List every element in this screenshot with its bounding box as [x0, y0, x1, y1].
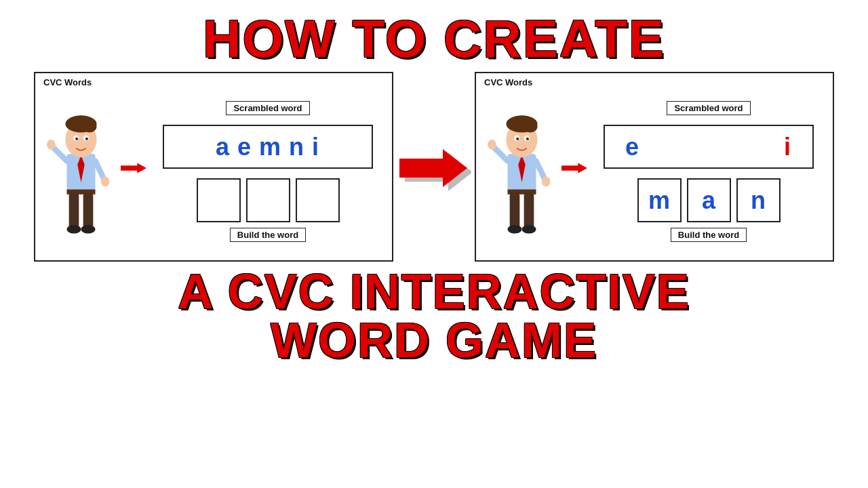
svg-point-12: [101, 177, 110, 187]
svg-point-31: [488, 140, 496, 150]
right-build-box-n[interactable]: n: [736, 178, 781, 222]
svg-marker-39: [561, 163, 587, 173]
right-scrambled-label: Scrambled word: [667, 101, 750, 115]
svg-point-4: [83, 121, 97, 133]
left-scrambled-word-box: a e m n i: [163, 125, 373, 169]
svg-point-28: [516, 138, 519, 140]
svg-point-25: [524, 121, 538, 133]
letter-a: a: [216, 133, 231, 161]
main-content: CVC Words: [0, 72, 868, 262]
right-scrambled-word-box: e i: [604, 125, 814, 169]
svg-marker-18: [121, 163, 146, 173]
bottom-title-line2: WORD GAME: [271, 316, 597, 365]
svg-line-32: [536, 161, 545, 179]
right-panel: CVC Words: [475, 72, 834, 262]
right-panel-arrow: [557, 161, 591, 176]
svg-rect-14: [69, 193, 79, 229]
letter-i: i: [312, 133, 320, 161]
svg-point-38: [522, 225, 536, 234]
left-scrambled-label: Scrambled word: [226, 101, 309, 115]
svg-line-11: [96, 161, 104, 179]
right-build-boxes: m a n: [637, 178, 781, 222]
right-letter-i: i: [784, 133, 792, 161]
left-panel-arrow: [117, 161, 151, 176]
left-build-label: Build the word: [230, 228, 306, 242]
right-panel-label: CVC Words: [483, 77, 534, 87]
left-build-area: Build the word: [197, 178, 340, 242]
svg-line-30: [494, 147, 508, 161]
left-word-area: Scrambled word a e m n i Build the word: [151, 101, 385, 242]
right-word-area: Scrambled word e i m a n Build the word: [591, 101, 826, 242]
right-character: [486, 97, 557, 239]
svg-point-7: [75, 138, 78, 140]
svg-point-17: [81, 225, 96, 234]
big-red-arrow-icon: [397, 140, 471, 194]
left-panel-label: CVC Words: [42, 77, 93, 87]
right-build-label: Build the word: [671, 228, 747, 242]
svg-rect-15: [83, 193, 94, 229]
svg-point-16: [67, 225, 81, 234]
bottom-titles: A CVC INTERACTIVE WORD GAME: [178, 267, 690, 365]
left-build-box-2[interactable]: [246, 178, 290, 222]
svg-point-33: [542, 177, 551, 187]
left-build-box-3[interactable]: [296, 178, 340, 222]
left-build-box-1[interactable]: [197, 178, 241, 222]
top-title: HOW TO CREATE: [203, 12, 665, 65]
svg-point-8: [85, 138, 88, 140]
svg-point-37: [508, 225, 522, 234]
letter-n: n: [289, 133, 305, 161]
right-build-box-a[interactable]: a: [687, 178, 731, 222]
svg-rect-36: [524, 193, 534, 229]
left-panel: CVC Words: [34, 72, 393, 262]
letter-m: m: [259, 133, 282, 161]
letter-e: e: [237, 133, 252, 161]
left-character: [45, 97, 117, 239]
svg-line-9: [53, 147, 67, 161]
right-build-area: m a n Build the word: [637, 178, 781, 242]
bottom-title-line1: A CVC INTERACTIVE: [178, 267, 690, 316]
svg-point-29: [526, 138, 529, 140]
right-letter-e: e: [625, 133, 640, 161]
left-build-boxes: [197, 178, 340, 222]
svg-rect-35: [510, 193, 520, 229]
svg-point-10: [47, 140, 56, 150]
right-build-box-m[interactable]: m: [637, 178, 682, 222]
big-arrow-container: [393, 140, 475, 194]
